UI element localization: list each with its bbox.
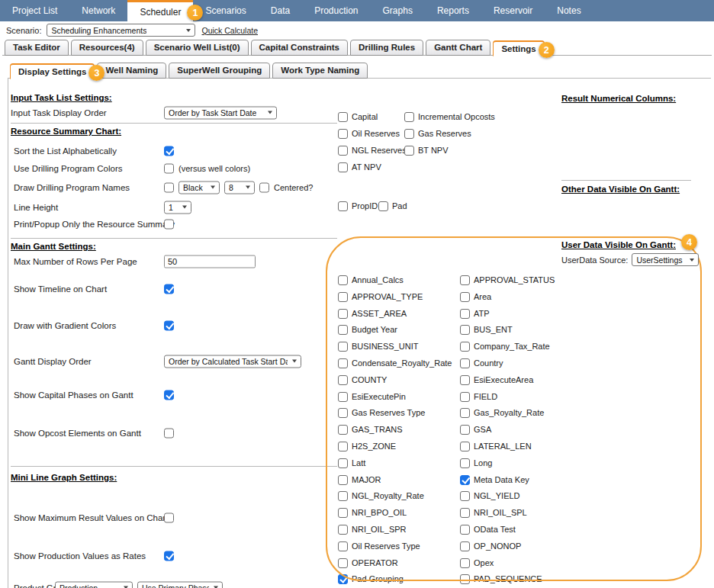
nri-oil-spl-checkbox[interactable] bbox=[460, 508, 470, 518]
business-unit-checkbox[interactable] bbox=[338, 342, 348, 352]
check-option-gsa[interactable]: GSA bbox=[460, 424, 491, 435]
approval-status-checkbox[interactable] bbox=[460, 275, 470, 285]
check-option-budget-year[interactable]: Budget Year bbox=[338, 324, 397, 335]
esiexecutearea-checkbox[interactable] bbox=[460, 375, 470, 385]
check-option-ngl-reserves[interactable]: NGL Reserves bbox=[338, 145, 407, 156]
check-option-oil-reserves-type[interactable]: Oil Reserves Type bbox=[338, 541, 420, 551]
bt-npv-checkbox[interactable] bbox=[404, 146, 414, 156]
major-checkbox[interactable] bbox=[338, 475, 348, 485]
check-option-county[interactable]: COUNTY bbox=[338, 374, 387, 385]
odata-test-checkbox[interactable] bbox=[460, 525, 470, 535]
check-option-esiexecutepin[interactable]: EsiExecutePin bbox=[338, 391, 406, 402]
field-checkbox[interactable] bbox=[460, 392, 470, 402]
check-option-gas-trans[interactable]: GAS_TRANS bbox=[338, 424, 403, 435]
tab-drilling-rules[interactable]: Drilling Rules bbox=[350, 40, 423, 56]
nav-item-graphs[interactable]: Graphs bbox=[371, 0, 425, 21]
gas-trans-checkbox[interactable] bbox=[338, 425, 348, 435]
meta-data-key-checkbox[interactable] bbox=[460, 475, 470, 485]
check-option-propid[interactable]: PropID bbox=[338, 201, 378, 211]
incremental-opcosts-checkbox[interactable] bbox=[404, 112, 414, 122]
country-checkbox[interactable] bbox=[460, 358, 470, 368]
check-option-field[interactable]: FIELD bbox=[460, 391, 497, 402]
nav-item-production[interactable]: Production bbox=[302, 0, 370, 21]
check-option-opex[interactable]: Opex bbox=[460, 557, 494, 568]
long-checkbox[interactable] bbox=[460, 458, 470, 468]
check-option-asset-area[interactable]: ASSET_AREA bbox=[338, 308, 407, 319]
check-option-gas-royalty-rate[interactable]: Gas_Royalty_Rate bbox=[460, 407, 544, 418]
check-option-approval-status[interactable]: APPROVAL_STATUS bbox=[460, 275, 555, 285]
latt-checkbox[interactable] bbox=[338, 458, 348, 468]
check-option-pad[interactable]: Pad bbox=[378, 201, 407, 211]
ngl-yield-checkbox[interactable] bbox=[460, 491, 470, 501]
bus-ent-checkbox[interactable] bbox=[460, 325, 470, 335]
check-option-approval-type[interactable]: APPROVAL_TYPE bbox=[338, 291, 423, 302]
check-option-bus-ent[interactable]: BUS_ENT bbox=[460, 324, 513, 335]
nav-item-reservoir[interactable]: Reservoir bbox=[481, 0, 545, 21]
check-option-annual-calcs[interactable]: Annual_Calcs bbox=[338, 275, 404, 285]
tab-settings[interactable]: Settings2 bbox=[493, 40, 544, 56]
nav-item-reports[interactable]: Reports bbox=[425, 0, 481, 21]
atp-checkbox[interactable] bbox=[460, 309, 470, 319]
check-option-gas-reserves[interactable]: Gas Reserves bbox=[404, 128, 471, 139]
h2s-zone-checkbox[interactable] bbox=[338, 442, 348, 451]
check-option-meta-data-key[interactable]: Meta Data Key bbox=[460, 474, 529, 485]
check-option-ngl-royalty-rate[interactable]: NGL_Royalty_Rate bbox=[338, 490, 424, 501]
nav-item-notes[interactable]: Notes bbox=[545, 0, 593, 21]
company-tax-rate-checkbox[interactable] bbox=[460, 342, 470, 352]
gsa-checkbox[interactable] bbox=[460, 425, 470, 435]
gas-reserves-type-checkbox[interactable] bbox=[338, 408, 348, 418]
nri-bpo-oil-checkbox[interactable] bbox=[338, 508, 348, 518]
check-option-ngl-yield[interactable]: NGL_YIELD bbox=[460, 490, 520, 501]
opex-checkbox[interactable] bbox=[460, 558, 470, 568]
area-checkbox[interactable] bbox=[460, 292, 470, 302]
nav-item-project-list[interactable]: Project List bbox=[0, 0, 69, 21]
ngl-royalty-rate-checkbox[interactable] bbox=[338, 491, 348, 501]
check-option-oil-reserves[interactable]: Oil Reserves bbox=[338, 128, 400, 139]
check-option-major[interactable]: MAJOR bbox=[338, 474, 381, 485]
nri-oil-spr-checkbox[interactable] bbox=[338, 525, 348, 535]
check-option-nri-oil-spl[interactable]: NRI_OIL_SPL bbox=[460, 507, 527, 518]
tab-display-settings[interactable]: Display Settings3 bbox=[10, 63, 95, 79]
operator-checkbox[interactable] bbox=[338, 558, 348, 568]
pad-checkbox[interactable] bbox=[378, 201, 388, 211]
tab-scenario-well-list-0[interactable]: Scenario Well List(0) bbox=[146, 40, 249, 56]
check-option-capital[interactable]: Capital bbox=[338, 111, 378, 122]
esiexecutepin-checkbox[interactable] bbox=[338, 392, 348, 402]
asset-area-checkbox[interactable] bbox=[338, 309, 348, 319]
check-option-area[interactable]: Area bbox=[460, 291, 491, 302]
tab-superwell-grouping[interactable]: SuperWell Grouping bbox=[169, 63, 270, 79]
check-option-business-unit[interactable]: BUSINESS_UNIT bbox=[338, 341, 418, 352]
check-option-nri-oil-spr[interactable]: NRI_OIL_SPR bbox=[338, 524, 407, 535]
check-option-pad-grouping[interactable]: Pad Grouping bbox=[338, 574, 404, 584]
check-option-gas-reserves-type[interactable]: Gas Reserves Type bbox=[338, 407, 425, 418]
tab-work-type-naming[interactable]: Work Type Naming bbox=[272, 63, 368, 79]
tab-task-editor[interactable]: Task Editor bbox=[5, 40, 69, 56]
nav-item-network[interactable]: Network bbox=[69, 0, 127, 21]
ngl-reserves-checkbox[interactable] bbox=[338, 146, 348, 156]
check-option-condensate-royalty-rate[interactable]: Condensate_Royalty_Rate bbox=[338, 358, 452, 368]
condensate-royalty-rate-checkbox[interactable] bbox=[338, 358, 348, 368]
tab-well-naming[interactable]: Well Naming bbox=[97, 63, 166, 79]
check-option-lateral-len[interactable]: LATERAL_LEN bbox=[460, 441, 532, 451]
propid-checkbox[interactable] bbox=[338, 201, 348, 211]
nav-item-data[interactable]: Data bbox=[259, 0, 302, 21]
check-option-bt-npv[interactable]: BT NPV bbox=[404, 145, 449, 156]
tab-resources-4[interactable]: Resources(4) bbox=[71, 40, 143, 56]
tab-capital-constraints[interactable]: Capital Constraints bbox=[251, 40, 348, 56]
check-option-nri-bpo-oil[interactable]: NRI_BPO_OIL bbox=[338, 507, 407, 518]
pad-sequence-checkbox[interactable] bbox=[460, 574, 470, 584]
check-option-esiexecutearea[interactable]: EsiExecuteArea bbox=[460, 374, 533, 385]
check-option-long[interactable]: Long bbox=[460, 458, 492, 468]
check-option-company-tax-rate[interactable]: Company_Tax_Rate bbox=[460, 341, 550, 352]
lateral-len-checkbox[interactable] bbox=[460, 442, 470, 451]
nav-item-scenarios[interactable]: Scenarios bbox=[193, 0, 258, 21]
check-option-at-npv[interactable]: AT NPV bbox=[338, 162, 381, 172]
op-nonop-checkbox[interactable] bbox=[460, 541, 470, 551]
check-option-h2s-zone[interactable]: H2S_ZONE bbox=[338, 441, 396, 451]
oil-reserves-type-checkbox[interactable] bbox=[338, 541, 348, 551]
oil-reserves-checkbox[interactable] bbox=[338, 129, 348, 139]
pad-grouping-checkbox[interactable] bbox=[338, 574, 348, 584]
approval-type-checkbox[interactable] bbox=[338, 292, 348, 302]
check-option-country[interactable]: Country bbox=[460, 358, 503, 368]
check-option-latt[interactable]: Latt bbox=[338, 458, 365, 468]
